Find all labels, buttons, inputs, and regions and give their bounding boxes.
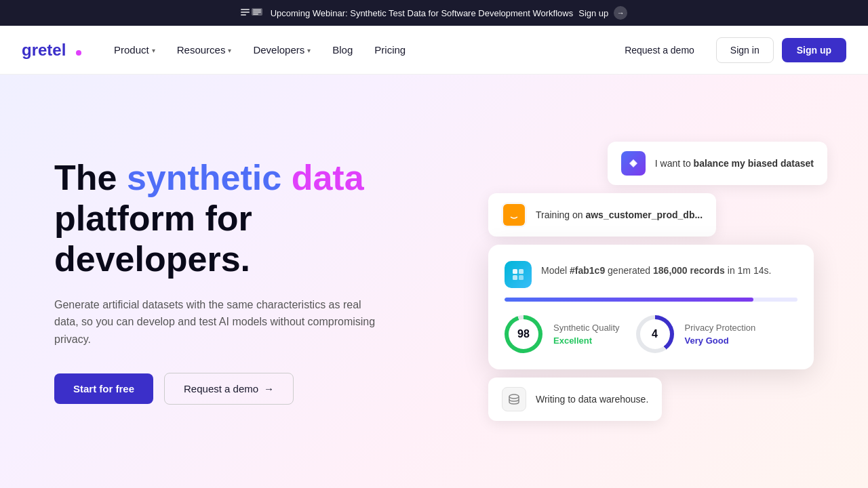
chat-bubble-3: Writing to data warehouse. (488, 378, 662, 421)
hero-title: The synthetic data platform for develope… (54, 158, 448, 279)
svg-rect-0 (241, 9, 250, 10)
chevron-down-icon: ▾ (307, 47, 311, 54)
aws-icon (502, 203, 526, 227)
announcement-text: Upcoming Webinar: Synthetic Test Data fo… (271, 8, 574, 18)
svg-point-16 (509, 394, 519, 399)
privacy-circle: 4 (636, 315, 674, 353)
metric-privacy-protection: 4 Privacy Protection Very Good (636, 315, 756, 353)
hero-title-suffix: platform for developers. (54, 199, 252, 279)
progress-bar (505, 298, 797, 302)
nav-item-pricing[interactable]: Pricing (365, 39, 415, 61)
svg-rect-12 (513, 269, 517, 274)
privacy-status: Very Good (685, 336, 756, 346)
logo[interactable]: gretel (22, 41, 83, 60)
hero-content: The synthetic data platform for develope… (54, 158, 448, 404)
webinar-icons (241, 8, 262, 18)
metric-synthetic-quality: 98 Synthetic Quality Excellent (505, 315, 620, 353)
quality-status: Excellent (553, 336, 620, 346)
privacy-labels: Privacy Protection Very Good (685, 323, 756, 346)
chat-bubble-2-text: Training on aws_customer_prod_db... (536, 209, 703, 220)
chat-bubble-1-text: I want to balance my biased dataset (655, 158, 814, 169)
hero-section: The synthetic data platform for develope… (0, 75, 868, 488)
privacy-title: Privacy Protection (685, 323, 756, 333)
announcement-bar: Upcoming Webinar: Synthetic Test Data fo… (0, 0, 868, 26)
quality-title: Synthetic Quality (553, 323, 620, 333)
svg-rect-10 (510, 211, 513, 215)
announcement-arrow: → (614, 6, 627, 20)
hero-description: Generate artificial datasets with the sa… (54, 296, 380, 348)
gretel-ai-icon (621, 151, 646, 176)
svg-rect-11 (515, 211, 518, 215)
hero-visual: I want to balance my biased dataset Trai… (475, 142, 827, 421)
quality-value: 98 (509, 319, 538, 349)
privacy-value: 4 (640, 319, 670, 349)
sign-in-button[interactable]: Sign in (716, 37, 774, 63)
hero-buttons: Start for free Request a demo → (54, 373, 448, 405)
model-results-card: Model #fab1c9 generated 186,000 records … (488, 245, 814, 369)
chevron-down-icon: ▾ (152, 47, 155, 54)
svg-rect-15 (519, 275, 524, 280)
quality-labels: Synthetic Quality Excellent (553, 323, 620, 346)
announcement-cta[interactable]: Sign up (578, 8, 608, 18)
navbar: gretel Product ▾ Resources ▾ Developers … (0, 26, 868, 75)
database-icon (502, 387, 526, 411)
nav-item-product[interactable]: Product ▾ (104, 39, 165, 61)
request-demo-hero-button[interactable]: Request a demo → (164, 373, 294, 405)
svg-point-8 (76, 50, 81, 56)
svg-point-9 (631, 161, 635, 165)
nav-item-developers[interactable]: Developers ▾ (243, 39, 320, 61)
nav-item-blog[interactable]: Blog (323, 39, 362, 61)
svg-rect-14 (513, 275, 517, 280)
svg-rect-6 (253, 14, 258, 15)
nav-right: Request a demo Sign in Sign up (611, 37, 846, 63)
svg-text:gretel: gretel (22, 41, 66, 59)
hero-title-highlight-pink: data (292, 158, 364, 197)
sign-up-button[interactable]: Sign up (782, 38, 846, 62)
svg-rect-4 (253, 9, 261, 11)
progress-bar-fill (505, 298, 753, 302)
arrow-icon: → (264, 383, 274, 394)
chevron-down-icon: ▾ (228, 47, 231, 54)
chat-bubble-1: I want to balance my biased dataset (608, 142, 827, 185)
svg-rect-13 (519, 269, 524, 274)
card-metrics: 98 Synthetic Quality Excellent 4 Privacy… (505, 315, 797, 353)
svg-rect-1 (241, 12, 250, 13)
chat-bubble-3-text: Writing to data warehouse. (536, 394, 648, 405)
svg-rect-2 (241, 14, 246, 16)
model-icon (505, 261, 532, 288)
quality-circle: 98 (505, 315, 542, 353)
request-demo-button[interactable]: Request a demo (611, 38, 708, 62)
hero-title-highlight-blue: synthetic (127, 158, 292, 197)
model-info-text: Model #fab1c9 generated 186,000 records … (541, 265, 771, 276)
nav-links: Product ▾ Resources ▾ Developers ▾ Blog … (104, 39, 611, 61)
svg-rect-5 (253, 12, 261, 13)
start-free-button[interactable]: Start for free (54, 373, 153, 404)
nav-item-resources[interactable]: Resources ▾ (167, 39, 241, 61)
chat-bubble-2: Training on aws_customer_prod_db... (488, 193, 716, 237)
